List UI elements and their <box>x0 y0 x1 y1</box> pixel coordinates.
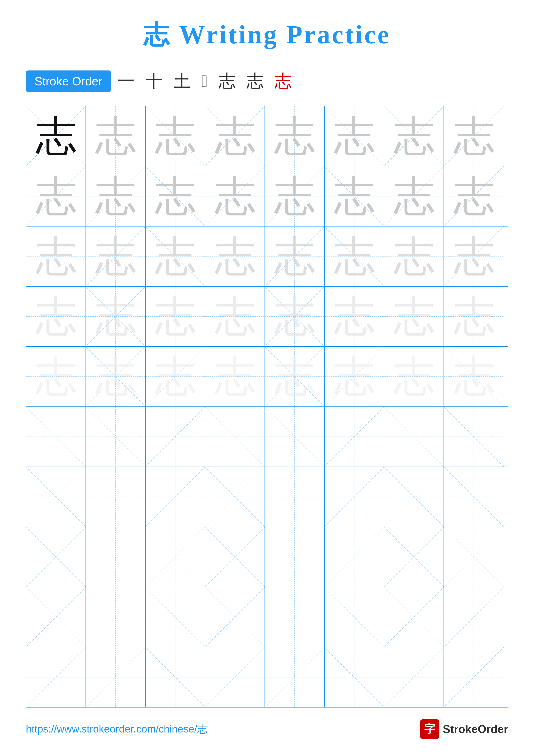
grid-cell[interactable]: 志 <box>444 347 504 406</box>
char-display: 志 <box>394 176 435 217</box>
grid-cell[interactable] <box>26 647 86 707</box>
grid-cell[interactable] <box>205 407 265 467</box>
grid-cell[interactable] <box>444 527 504 587</box>
grid-cell[interactable] <box>205 587 265 647</box>
svg-line-238 <box>205 527 265 587</box>
grid-cell[interactable]: 志 <box>325 286 384 346</box>
char-display: 志 <box>155 116 196 157</box>
grid-cell[interactable]: 志 <box>265 286 325 346</box>
grid-cell[interactable]: 志 <box>325 227 384 286</box>
grid-cell[interactable]: 志 <box>205 106 265 166</box>
grid-cell[interactable]: 志 <box>265 106 325 166</box>
grid-cell[interactable] <box>146 407 205 467</box>
grid-cell[interactable]: 志 <box>265 347 325 406</box>
grid-cell[interactable] <box>325 467 384 527</box>
grid-cell[interactable]: 志 <box>26 227 86 286</box>
svg-line-199 <box>86 467 145 526</box>
grid-cell[interactable]: 志 <box>146 166 205 226</box>
grid-cell[interactable]: 志 <box>146 347 205 406</box>
grid-cell[interactable]: 志 <box>444 286 504 346</box>
svg-line-246 <box>325 527 384 587</box>
grid-cell[interactable]: 志 <box>384 227 444 286</box>
grid-cell[interactable] <box>205 647 265 707</box>
svg-line-191 <box>444 407 504 467</box>
grid-cell[interactable]: 志 <box>86 227 146 286</box>
svg-line-306 <box>265 648 324 707</box>
grid-cell[interactable]: 志 <box>265 227 325 286</box>
svg-line-287 <box>444 587 504 647</box>
grid-cell[interactable] <box>205 527 265 587</box>
svg-line-182 <box>325 407 384 466</box>
grid-cell[interactable] <box>325 407 384 467</box>
grid-cell[interactable] <box>265 407 325 467</box>
grid-cell[interactable] <box>384 647 444 707</box>
grid-cell[interactable]: 志 <box>26 166 86 226</box>
grid-row-empty <box>26 647 508 707</box>
grid-cell[interactable]: 志 <box>444 106 504 166</box>
grid-cell[interactable]: 志 <box>205 286 265 346</box>
grid-cell[interactable]: 志 <box>265 166 325 226</box>
grid-cell[interactable] <box>26 467 86 527</box>
grid-cell[interactable] <box>26 527 86 587</box>
grid-cell[interactable] <box>384 467 444 527</box>
grid-cell[interactable]: 志 <box>86 347 146 406</box>
grid-cell[interactable]: 志 <box>205 166 265 226</box>
grid-cell[interactable] <box>325 527 384 587</box>
grid-cell[interactable] <box>205 467 265 527</box>
grid-cell[interactable]: 志 <box>444 227 504 286</box>
grid-cell[interactable]: 志 <box>86 166 146 226</box>
grid-cell[interactable]: 志 <box>86 286 146 346</box>
grid-cell[interactable]: 志 <box>26 106 86 166</box>
grid-row: 志 志 志 志 志 志 志 志 <box>26 166 508 227</box>
grid-cell[interactable] <box>265 647 325 707</box>
grid-cell[interactable]: 志 <box>325 106 384 166</box>
grid-cell[interactable] <box>444 407 504 467</box>
grid-cell[interactable] <box>86 467 146 527</box>
stroke-5: 志 <box>218 69 240 93</box>
footer-url-link[interactable]: https://www.strokeorder.com/chinese/志 <box>26 722 207 736</box>
grid-cell[interactable]: 志 <box>444 166 504 226</box>
grid-cell[interactable] <box>444 587 504 647</box>
grid-cell[interactable] <box>146 647 205 707</box>
grid-cell[interactable] <box>26 587 86 647</box>
grid-cell[interactable] <box>444 467 504 527</box>
grid-cell[interactable] <box>86 407 146 467</box>
grid-row-empty <box>26 527 508 587</box>
grid-cell[interactable] <box>384 587 444 647</box>
grid-cell[interactable] <box>86 527 146 587</box>
grid-cell[interactable] <box>146 527 205 587</box>
grid-cell[interactable]: 志 <box>146 286 205 346</box>
svg-line-170 <box>146 407 205 466</box>
grid-cell[interactable]: 志 <box>26 286 86 346</box>
stroke-3: 土 <box>173 69 195 93</box>
grid-cell[interactable]: 志 <box>86 106 146 166</box>
svg-line-163 <box>26 407 86 466</box>
grid-cell[interactable] <box>26 407 86 467</box>
grid-cell[interactable]: 志 <box>325 347 384 406</box>
svg-line-319 <box>444 647 504 707</box>
grid-cell[interactable]: 志 <box>325 166 384 226</box>
grid-cell[interactable] <box>146 467 205 527</box>
svg-line-279 <box>325 587 384 647</box>
grid-cell[interactable] <box>86 587 146 647</box>
grid-cell[interactable] <box>86 647 146 707</box>
grid-cell[interactable] <box>265 587 325 647</box>
grid-cell[interactable] <box>265 527 325 587</box>
grid-cell[interactable]: 志 <box>26 347 86 406</box>
grid-cell[interactable]: 志 <box>384 106 444 166</box>
grid-cell[interactable] <box>325 647 384 707</box>
grid-cell[interactable]: 志 <box>384 166 444 226</box>
grid-cell[interactable] <box>384 407 444 467</box>
grid-cell[interactable]: 志 <box>146 106 205 166</box>
char-display: 志 <box>453 176 495 217</box>
grid-cell[interactable]: 志 <box>205 227 265 286</box>
grid-cell[interactable] <box>325 587 384 647</box>
grid-cell[interactable]: 志 <box>205 347 265 406</box>
grid-cell[interactable]: 志 <box>384 286 444 346</box>
grid-cell[interactable]: 志 <box>146 227 205 286</box>
grid-cell[interactable] <box>265 467 325 527</box>
grid-cell[interactable] <box>146 587 205 647</box>
grid-cell[interactable]: 志 <box>384 347 444 406</box>
grid-cell[interactable] <box>384 527 444 587</box>
grid-cell[interactable] <box>444 647 504 707</box>
